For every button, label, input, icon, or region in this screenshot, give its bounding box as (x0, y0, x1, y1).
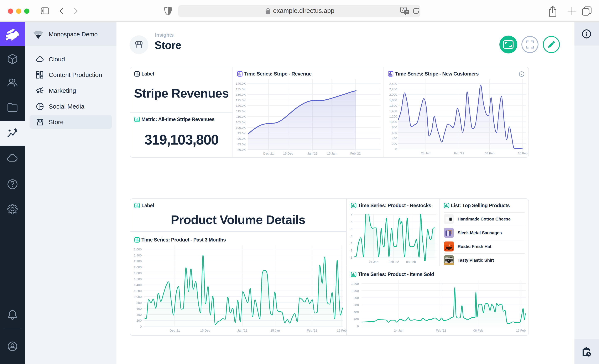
svg-text:文: 文 (406, 11, 408, 14)
